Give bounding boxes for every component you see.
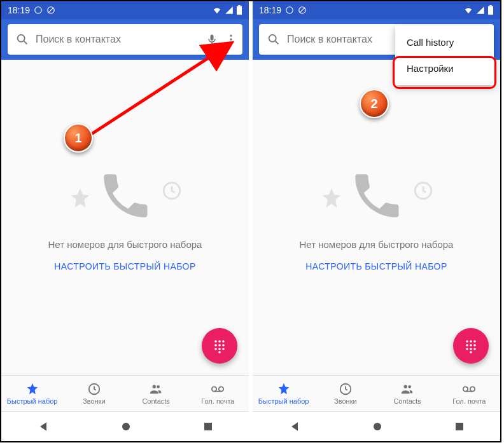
mic-icon[interactable] [206,33,218,46]
dialpad-icon [212,338,227,353]
nav-back-icon[interactable] [288,420,301,433]
star-icon [25,382,39,396]
svg-line-6 [24,41,27,44]
svg-point-54 [470,387,475,391]
svg-point-43 [466,344,468,346]
star-icon [277,382,291,396]
empty-state-graphic [329,164,424,228]
tab-calls[interactable]: Звонки [63,376,125,411]
contacts-icon [149,382,163,396]
dialpad-fab[interactable] [202,328,237,364]
bottom-tabs: Быстрый набор Звонки Contacts Гол. почта [253,375,500,411]
voicemail-icon [461,382,477,396]
svg-point-18 [222,344,225,346]
svg-point-45 [473,344,476,346]
dialpad-icon [463,338,479,353]
svg-point-29 [122,423,130,430]
status-icon-1 [34,6,43,15]
signal-icon [225,6,234,15]
phone-screen-right: 18:19 Поиск в контактах [253,1,500,441]
search-icon [267,32,281,46]
status-icon-1 [285,6,294,15]
svg-point-19 [214,348,217,350]
tab-contacts[interactable]: Contacts [125,376,187,411]
status-time: 18:19 [8,5,30,15]
tab-voicemail[interactable]: Гол. почта [438,376,500,411]
svg-point-56 [374,423,381,430]
recent-icon [339,382,353,396]
svg-line-34 [300,8,305,13]
svg-rect-35 [488,6,493,15]
configure-speed-dial-link[interactable]: НАСТРОИТЬ БЫСТРЫЙ НАБОР [305,261,447,271]
status-bar: 18:19 [1,1,249,19]
svg-point-52 [409,385,412,388]
search-placeholder: Поиск в контактах [36,34,202,45]
tab-label: Contacts [142,397,169,405]
svg-point-5 [18,35,25,42]
svg-point-42 [473,340,476,343]
signal-icon [476,6,485,15]
svg-point-47 [470,348,472,350]
nav-home-icon[interactable] [372,421,383,432]
svg-point-48 [473,348,476,350]
svg-point-10 [230,38,232,40]
status-icon-2 [46,6,55,15]
content-body: Нет номеров для быстрого набора НАСТРОИТ… [1,60,249,375]
nav-recent-icon[interactable] [454,421,465,432]
empty-state-graphic [78,164,173,228]
svg-rect-36 [489,5,491,6]
tab-contacts[interactable]: Contacts [377,376,438,411]
svg-point-51 [404,385,408,389]
svg-point-24 [153,385,157,389]
svg-rect-4 [238,5,240,6]
tab-label: Гол. почта [452,397,486,405]
empty-state-text: Нет номеров для быстрого набора [48,239,202,250]
svg-point-9 [230,35,232,37]
svg-point-16 [214,344,217,346]
nav-home-icon[interactable] [120,421,132,432]
dialpad-fab[interactable] [453,328,489,364]
more-icon[interactable] [225,33,237,46]
menu-item-call-history[interactable]: Call history [395,29,494,55]
svg-rect-7 [211,35,214,41]
bottom-tabs: Быстрый набор Звонки Contacts Гол. почта [1,375,249,411]
svg-point-21 [222,348,225,350]
annotation-badge-2: 2 [360,89,389,118]
svg-rect-3 [237,6,242,15]
status-icon-2 [298,6,307,15]
menu-item-settings[interactable]: Настройки [395,55,494,81]
svg-point-41 [470,340,472,343]
system-nav-bar [253,411,500,441]
tab-label: Contacts [393,397,421,405]
tab-voicemail[interactable]: Гол. почта [187,376,249,411]
svg-point-44 [470,344,472,346]
system-nav-bar [1,411,249,441]
svg-point-46 [466,348,468,350]
battery-icon [487,5,494,15]
tab-label: Звонки [334,397,357,405]
svg-point-20 [218,348,221,350]
action-bar: Поиск в контактах [1,19,249,60]
search-icon [15,32,29,46]
svg-point-37 [269,35,276,42]
configure-speed-dial-link[interactable]: НАСТРОИТЬ БЫСТРЫЙ НАБОР [54,261,195,271]
nav-back-icon[interactable] [37,420,50,433]
tab-speed-dial[interactable]: Быстрый набор [253,376,314,411]
nav-recent-icon[interactable] [202,421,214,432]
wifi-icon [212,6,222,15]
wifi-icon [463,6,473,15]
phone-screen-left: 18:19 Поиск в контактах [1,1,253,441]
svg-point-32 [286,7,293,14]
tab-speed-dial[interactable]: Быстрый набор [1,376,63,411]
svg-point-15 [222,340,225,343]
svg-point-22 [218,351,221,353]
overflow-menu: Call history Настройки [395,25,494,85]
svg-point-53 [463,387,468,391]
annotation-badge-1: 1 [64,123,93,153]
tab-calls[interactable]: Звонки [314,376,376,411]
svg-point-25 [157,385,160,388]
svg-point-40 [466,340,468,343]
status-bar: 18:19 [253,1,500,19]
svg-line-38 [276,41,279,44]
search-bar[interactable]: Поиск в контактах [8,24,242,55]
